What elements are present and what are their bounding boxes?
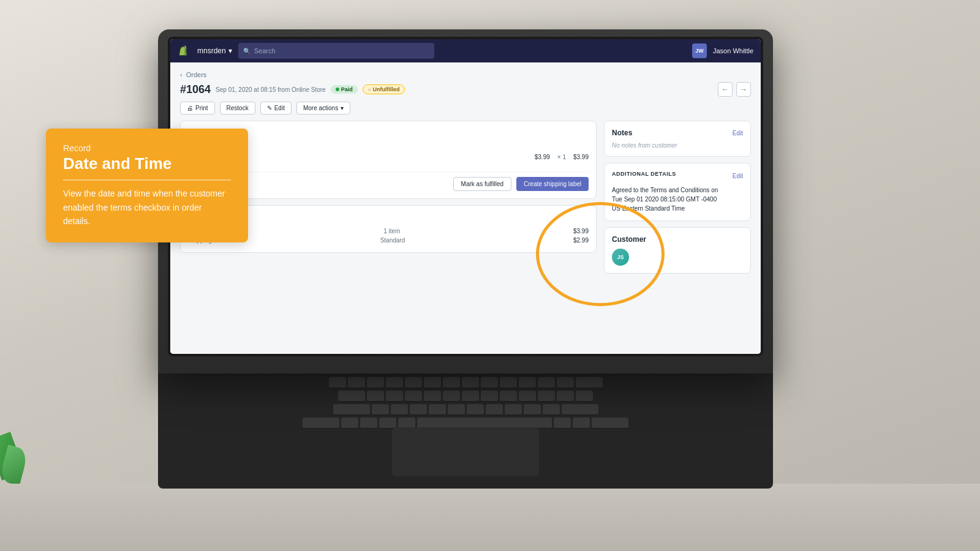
paid-badge: Paid (331, 85, 358, 94)
keyboard-key (562, 404, 598, 415)
laptop-body: mnsrden ▾ 🔍 Search JW Jason Whittle ‹ (158, 29, 773, 373)
right-column: Notes Edit No notes from customer ADDITI… (604, 121, 751, 337)
plant-decoration (0, 416, 37, 490)
product-name-link[interactable]: Product title (215, 154, 530, 160)
store-name-nav[interactable]: mnsrden ▾ (197, 47, 232, 55)
keyboard-key (557, 377, 574, 388)
keyboard-key (505, 404, 522, 415)
unfulfilled-badge: Unfulfilled (363, 84, 405, 94)
shipping-value: $2.99 (573, 237, 589, 244)
create-shipping-label-button[interactable]: Create shipping label (516, 177, 589, 191)
keyboard-key (372, 404, 389, 415)
order-number: #1064 (180, 83, 211, 96)
unfulfilled-card-header: Unfulfilled (1) (188, 129, 589, 137)
page-body: ‹ Orders #1064 Sep 01, 2020 at 08:15 fro… (170, 62, 761, 354)
main-content-columns: Unfulfilled (1) 1 Product title $3.99 (180, 121, 751, 337)
keyboard-key (341, 418, 358, 429)
keyboard-key (338, 391, 365, 402)
order-title-row: #1064 Sep 01, 2020 at 08:15 from Online … (180, 83, 405, 96)
additional-details-card: ADDITIONAL DETAILS Edit Agreed to the Te… (604, 163, 751, 221)
paid-card-title: Paid (188, 213, 589, 222)
keyboard-key (329, 377, 346, 388)
top-navigation: mnsrden ▾ 🔍 Search JW Jason Whittle (170, 39, 761, 62)
user-name-display: Jason Whittle (713, 47, 753, 54)
edit-button[interactable]: ✎ Edit (260, 102, 292, 114)
keyboard-key (576, 391, 593, 402)
annotation-record-label: Record (63, 143, 231, 153)
screen-content: mnsrden ▾ 🔍 Search JW Jason Whittle ‹ (170, 39, 761, 354)
keyboard-key (443, 377, 460, 388)
edit-icon: ✎ (267, 105, 272, 111)
keyboard-key (410, 404, 427, 415)
breadcrumb: ‹ Orders (180, 71, 751, 78)
keyboard-key (543, 404, 560, 415)
additional-details-title: ADDITIONAL DETAILS (612, 171, 676, 177)
keyboard-key (519, 377, 536, 388)
action-bar: 🖨 Print Restock ✎ Edit More actions ▾ (180, 102, 751, 114)
order-meta: Sep 01, 2020 at 08:15 from Online Store (216, 86, 326, 93)
keyboard-key (333, 404, 370, 415)
subtotal-row: Subtotal 1 item $3.99 (188, 227, 589, 236)
keyboard-key (592, 418, 628, 429)
annotation-body: View the date and time when the customer… (63, 187, 231, 228)
product-price: $3.99 (535, 154, 550, 160)
chevron-down-icon: ▾ (341, 105, 344, 111)
notes-card-header: Notes Edit (612, 129, 743, 137)
keyboard-key (443, 391, 460, 402)
search-bar[interactable]: 🔍 Search (238, 43, 434, 59)
keyboard-key (303, 418, 339, 429)
keyboard-key (481, 391, 498, 402)
desk-surface (0, 484, 980, 551)
additional-details-content: Agreed to the Terms and Conditions on Tu… (612, 186, 743, 213)
keyboard-key (448, 404, 465, 415)
screen-bezel: mnsrden ▾ 🔍 Search JW Jason Whittle ‹ (168, 37, 763, 356)
keyboard-key (367, 377, 384, 388)
additional-datetime: Tue Sep 01 2020 08:15:00 GMT -0400 (612, 196, 717, 203)
keyboard-key (500, 377, 517, 388)
keyboard-key (405, 391, 422, 402)
keyboard-key (524, 404, 541, 415)
print-button[interactable]: 🖨 Print (180, 102, 215, 114)
keyboard-key (538, 377, 555, 388)
more-actions-button[interactable]: More actions ▾ (296, 102, 350, 114)
customer-card-header: Customer (612, 235, 743, 244)
keyboard-key (486, 404, 503, 415)
notes-card: Notes Edit No notes from customer (604, 121, 751, 157)
annotation-title: Date and Time (63, 154, 231, 181)
keyboard-key (462, 391, 479, 402)
mark-fulfilled-button[interactable]: Mark as fulfilled (453, 177, 511, 191)
keyboard-key (467, 404, 484, 415)
subtotal-value: $3.99 (573, 228, 589, 234)
additional-details-header: ADDITIONAL DETAILS Edit (612, 171, 743, 181)
customer-card: Customer JS (604, 227, 751, 274)
shopify-logo-icon (178, 44, 191, 58)
additional-details-edit-link[interactable]: Edit (733, 173, 743, 179)
product-row: 1 Product title $3.99 × 1 $3.99 (188, 142, 589, 171)
product-line-total: $3.99 (573, 154, 589, 160)
notes-edit-link[interactable]: Edit (733, 130, 743, 137)
breadcrumb-orders-link[interactable]: Orders (186, 71, 207, 78)
keyboard-key (424, 377, 441, 388)
keyboard-key (386, 377, 403, 388)
keyboard-key (386, 391, 403, 402)
shipping-method: Standard (380, 237, 405, 244)
keyboard-key (424, 391, 441, 402)
page-header: #1064 Sep 01, 2020 at 08:15 from Online … (180, 82, 751, 97)
keyboard-key (573, 418, 590, 429)
keyboard-key (500, 391, 517, 402)
keyboard-key (360, 418, 377, 429)
keyboard-key (538, 391, 555, 402)
nav-forward-button[interactable]: → (736, 82, 751, 97)
keyboard-key (367, 391, 384, 402)
keyboard-key (405, 377, 422, 388)
notes-content: No notes from customer (612, 142, 743, 149)
product-qty-multiplier: × 1 (557, 154, 566, 160)
restock-button[interactable]: Restock (220, 102, 255, 114)
user-avatar[interactable]: JW (692, 43, 707, 58)
keyboard-key (379, 418, 396, 429)
shipping-row: Shipping Standard $2.99 (188, 236, 589, 245)
keyboard-key (557, 391, 574, 402)
annotation-card: Record Date and Time View the date and t… (46, 129, 248, 242)
nav-back-button[interactable]: ← (718, 82, 733, 97)
notes-card-title: Notes (612, 129, 632, 137)
